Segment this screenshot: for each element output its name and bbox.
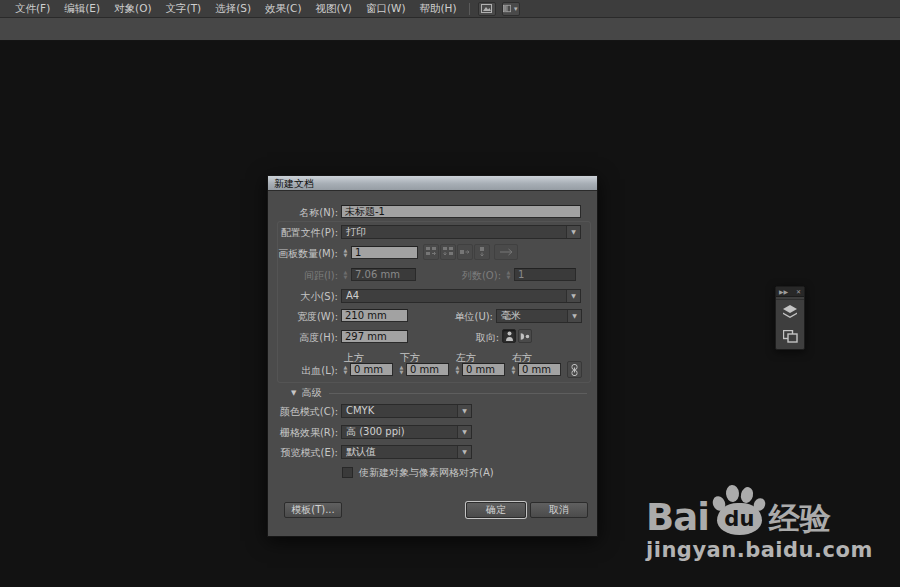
bleed-top-label: 上方 [344, 353, 364, 363]
bleed-bottom-label: 下方 [400, 353, 420, 363]
name-input[interactable]: 未标题-1 [341, 205, 581, 218]
spacing-stepper: ▲▼ [341, 268, 350, 281]
height-input[interactable]: 297 mm [341, 330, 408, 343]
color-mode-label: 颜色模式(C): [268, 405, 338, 418]
bridge-icon[interactable] [478, 2, 496, 16]
watermark-brand-prefix: Bai [646, 502, 709, 533]
align-to-pixel-grid-label: 使新建对象与像素网格对齐(A) [359, 466, 494, 480]
watermark-url: jingyan.baidu.com [646, 538, 866, 562]
columns-input: 1 [514, 268, 576, 281]
artboards-panel-icon[interactable] [776, 324, 804, 348]
menu-divider [469, 3, 470, 15]
menu-select[interactable]: 选择(S) [208, 0, 258, 17]
chevron-down-icon: ▼ [457, 446, 471, 458]
orientation-landscape-icon[interactable] [518, 329, 532, 343]
advanced-label: 高级 [301, 386, 321, 400]
menu-window[interactable]: 窗口(W) [359, 0, 413, 17]
artboard-count-stepper[interactable]: ▲▼ [341, 246, 350, 259]
watermark-brand-suffix: 经验 [769, 504, 831, 533]
menu-object[interactable]: 对象(O) [107, 0, 158, 17]
raster-effects-select[interactable]: 高 (300 ppi) ▼ [341, 425, 472, 439]
units-label: 单位(U): [408, 310, 493, 323]
menu-bar: 文件(F) 编辑(E) 对象(O) 文字(T) 选择(S) 效果(C) 视图(V… [0, 0, 900, 18]
align-to-pixel-grid-checkbox[interactable] [342, 467, 353, 478]
bleed-bottom-input[interactable]: 0 mm [406, 363, 449, 376]
color-mode-select[interactable]: CMYK ▼ [341, 404, 472, 418]
menu-type[interactable]: 文字(T) [159, 0, 209, 17]
new-document-dialog: 新建文档 名称(N): 未标题-1 配置文件(P): 打印 ▼ 画板数量(M):… [267, 175, 598, 537]
orientation-portrait-icon[interactable] [502, 329, 516, 343]
spacing-input: 7.06 mm [351, 268, 416, 281]
arrange-by-row-icon[interactable] [457, 244, 473, 260]
grid-by-column-icon[interactable] [440, 244, 456, 260]
units-select[interactable]: 毫米 ▼ [496, 309, 582, 323]
bleed-right-label: 右方 [512, 353, 532, 363]
artboard-count-label: 画板数量(M): [268, 247, 338, 260]
baidu-jingyan-watermark: Bai du 经验 jingyan.baidu.com [646, 484, 866, 562]
profile-label: 配置文件(P): [268, 226, 338, 239]
link-bleed-values-icon[interactable] [567, 361, 582, 378]
width-label: 宽度(W): [268, 310, 338, 323]
menu-help[interactable]: 帮助(H) [413, 0, 464, 17]
preview-mode-label: 预览模式(E): [268, 446, 338, 459]
bleed-right-input[interactable]: 0 mm [518, 363, 561, 376]
template-button[interactable]: 模板(T)... [284, 502, 342, 518]
chevron-down-icon: ▼ [567, 310, 581, 322]
collapsed-panel-dock: ▶▶ ✕ [775, 286, 805, 350]
spacing-label: 间距(I): [268, 269, 338, 282]
size-label: 大小(S): [268, 290, 338, 303]
chevron-down-icon: ▼ [513, 6, 519, 12]
grid-by-row-icon[interactable] [423, 244, 439, 260]
bleed-label: 出血(L): [268, 364, 338, 377]
chevron-down-icon: ▼ [566, 290, 580, 302]
size-select[interactable]: A4 ▼ [341, 289, 581, 303]
orientation-label: 取向: [418, 331, 499, 344]
menu-file[interactable]: 文件(F) [8, 0, 57, 17]
chevron-down-icon: ▼ [566, 226, 580, 238]
bleed-right-stepper[interactable]: ▲▼ [509, 363, 518, 376]
control-bar [0, 18, 900, 41]
columns-label: 列数(O): [428, 269, 501, 282]
bleed-left-stepper[interactable]: ▲▼ [453, 363, 462, 376]
close-panel-icon[interactable]: ✕ [796, 288, 801, 296]
triangle-down-icon: ▼ [291, 389, 296, 397]
arrange-documents-icon[interactable]: ▼ [502, 2, 520, 16]
baidu-paw-icon: du [712, 484, 766, 536]
layers-panel-icon[interactable] [776, 300, 804, 324]
bleed-top-input[interactable]: 0 mm [350, 363, 393, 376]
panel-header: ▶▶ ✕ [776, 287, 804, 297]
cancel-button[interactable]: 取消 [530, 502, 588, 518]
section-divider [329, 393, 587, 394]
change-to-right-to-left-icon[interactable] [494, 244, 518, 260]
menu-view[interactable]: 视图(V) [309, 0, 359, 17]
advanced-section-header[interactable]: ▼ 高级 [291, 386, 587, 400]
watermark-paw-text: du [717, 503, 762, 535]
dialog-title: 新建文档 [268, 176, 597, 191]
height-label: 高度(H): [268, 331, 338, 344]
watermark-logo: Bai du 经验 [646, 484, 866, 533]
name-label: 名称(N): [268, 206, 338, 219]
bleed-bottom-stepper[interactable]: ▲▼ [397, 363, 406, 376]
expand-panel-icon[interactable]: ▶▶ [779, 288, 788, 296]
bleed-top-stepper[interactable]: ▲▼ [341, 363, 350, 376]
bleed-left-input[interactable]: 0 mm [462, 363, 505, 376]
columns-stepper: ▲▼ [504, 268, 513, 281]
preview-mode-select[interactable]: 默认值 ▼ [341, 445, 472, 459]
profile-select[interactable]: 打印 ▼ [341, 225, 581, 239]
bleed-left-label: 左方 [456, 353, 476, 363]
artboard-count-input[interactable]: 1 [351, 246, 418, 259]
raster-effects-label: 栅格效果(R): [268, 426, 338, 439]
width-input[interactable]: 210 mm [341, 309, 408, 322]
arrange-by-column-icon[interactable] [474, 244, 490, 260]
menu-edit[interactable]: 编辑(E) [57, 0, 107, 17]
chevron-down-icon: ▼ [457, 426, 471, 438]
chevron-down-icon: ▼ [457, 405, 471, 417]
menu-effect[interactable]: 效果(C) [258, 0, 309, 17]
ok-button[interactable]: 确定 [466, 502, 526, 518]
canvas-area: 新建文档 名称(N): 未标题-1 配置文件(P): 打印 ▼ 画板数量(M):… [0, 41, 900, 587]
